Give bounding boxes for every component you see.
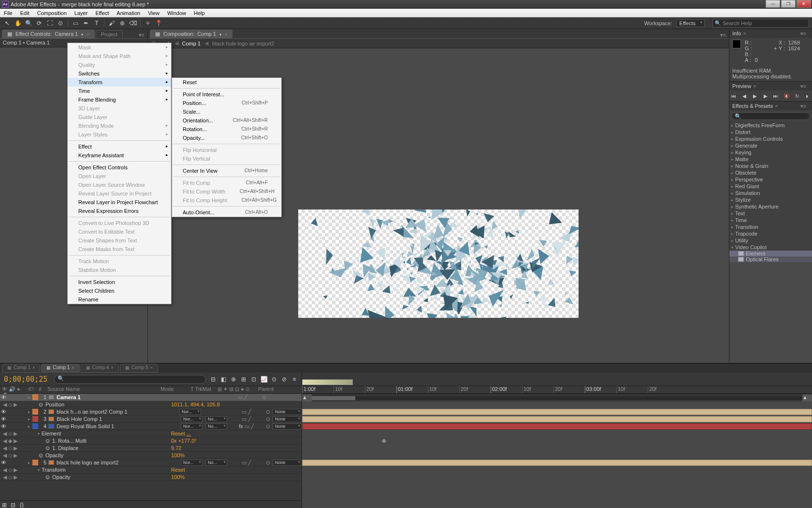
last-frame-icon[interactable]: ⏭	[772, 92, 781, 99]
effect-category[interactable]: Video Copilot	[729, 244, 812, 251]
effect-category[interactable]: Synthetic Aperture	[729, 203, 812, 210]
project-tab[interactable]: Project	[96, 30, 123, 38]
menu-item[interactable]: Rename	[68, 295, 171, 304]
clone-tool-icon[interactable]: ⊛	[118, 19, 127, 28]
camera-tool-icon[interactable]: ⛶	[45, 19, 54, 28]
layer-row[interactable]: 👁▸4Deep Royal Blue Solid 1Nor...No...fx …	[0, 423, 302, 430]
hand-tool-icon[interactable]: ✋	[14, 19, 22, 28]
timeline-icon[interactable]: ⊙	[270, 375, 278, 384]
menu-item[interactable]: Switches	[68, 69, 171, 78]
effect-category[interactable]: Noise & Grain	[729, 163, 812, 169]
property-row[interactable]: ◀ ◇ ▶▾ElementReset ...	[0, 430, 302, 437]
menu-item[interactable]: Rotation...Ctrl+Shift+R	[172, 125, 281, 134]
effect-category[interactable]: Distort	[729, 129, 812, 135]
effect-category[interactable]: Obsolete	[729, 169, 812, 176]
graph-editor-icon[interactable]: 📈	[260, 375, 268, 384]
effects-preset-list[interactable]: Digieffects FreeFormDistortExpression Co…	[729, 122, 812, 262]
menu-file[interactable]: File	[0, 9, 16, 17]
effect-category[interactable]: Expression Controls	[729, 135, 812, 142]
timeline-tab[interactable]: ▦Comp 5×	[120, 364, 158, 373]
effect-category[interactable]: Simulation	[729, 190, 812, 196]
timeline-icon[interactable]: ⊞	[239, 375, 248, 384]
menu-item[interactable]: Frame Blending	[68, 95, 171, 104]
menu-item[interactable]: Auto-Orient...Ctrl+Alt+O	[172, 208, 281, 217]
menu-item[interactable]: Orientation...Ctrl+Alt+Shift+R	[172, 116, 281, 125]
next-frame-icon[interactable]: ▶	[761, 92, 770, 99]
window-minimize-button[interactable]: —	[766, 0, 780, 8]
property-row[interactable]: ◀ ◇ ▶⊙Opacity100%	[0, 452, 302, 459]
effect-category[interactable]: Red Giant	[729, 183, 812, 190]
panel-menu-icon[interactable]: ▾≡	[800, 83, 806, 90]
menu-item[interactable]: Opacity...Ctrl+Shift+O	[172, 134, 281, 142]
brush-tool-icon[interactable]: 🖌	[107, 19, 116, 28]
effect-category[interactable]: Time	[729, 217, 812, 224]
timeline-icon[interactable]: ⊘	[280, 375, 289, 384]
menu-layer[interactable]: Layer	[71, 9, 92, 17]
menu-item[interactable]: Open Effect Controls	[68, 163, 171, 172]
layer-row[interactable]: 👁▸1Camera 1 ▭ ╱ ⊙	[0, 394, 302, 401]
zoom-in-icon[interactable]: ▲	[802, 394, 812, 402]
layer-row[interactable]: 👁▸5black hole logo ae import2Nor...No...…	[0, 459, 302, 466]
menu-item[interactable]: Keyframe Assistant	[68, 151, 171, 160]
menu-help[interactable]: Help	[190, 9, 209, 17]
ram-preview-icon[interactable]: ⏵	[803, 92, 812, 99]
rotate-tool-icon[interactable]: ⟳	[35, 19, 44, 28]
layer-row[interactable]: 👁▸2black h...o ae import2 Comp 1Nor... ▭…	[0, 408, 302, 416]
menu-composition[interactable]: Composition	[33, 9, 71, 17]
menu-item[interactable]: Reset	[172, 78, 281, 87]
timeline-icon[interactable]: ⊡	[249, 375, 258, 384]
menu-item[interactable]: Time	[68, 87, 171, 95]
menu-item[interactable]: Invert Selection	[68, 278, 171, 286]
effect-category[interactable]: Digieffects FreeForm	[729, 122, 812, 129]
mute-icon[interactable]: 🔇	[782, 92, 791, 99]
property-row[interactable]: ◀ ◇ ▶⊙Position1011.1, 494.4, 105.8	[0, 401, 302, 408]
text-tool-icon[interactable]: T	[92, 19, 101, 28]
pen-tool-icon[interactable]: ✒	[82, 19, 90, 28]
selection-tool-icon[interactable]: ↖	[3, 19, 12, 28]
window-maximize-button[interactable]: ❐	[781, 0, 796, 8]
effect-controls-tab[interactable]: ▦ Effect Controls: Camera 1 ▾ ×	[2, 30, 95, 38]
effect-category[interactable]: Transition	[729, 224, 812, 230]
work-area-bar[interactable]	[302, 379, 353, 385]
effect-category[interactable]: Matte	[729, 156, 812, 163]
menu-edit[interactable]: Edit	[16, 9, 33, 17]
effect-preset[interactable]: Optical Flares	[729, 256, 812, 262]
timeline-icon[interactable]: ◧	[219, 375, 228, 384]
property-row[interactable]: ◀ ◇ ▶▾TransformReset	[0, 466, 302, 474]
menu-item[interactable]: Select Children	[68, 286, 171, 295]
timeline-tab[interactable]: ▦Comp 1×	[2, 364, 40, 373]
workspace-select[interactable]: Effects	[676, 19, 705, 27]
menu-item[interactable]: Transform	[68, 78, 171, 87]
loop-icon[interactable]: ↻	[793, 92, 801, 99]
timeline-icon[interactable]: ⊟	[209, 375, 218, 384]
layer-context-menu[interactable]: MaskMask and Shape PathQualitySwitchesTr…	[67, 43, 172, 304]
menu-item[interactable]: Point of Interest...	[172, 90, 281, 99]
menu-animation[interactable]: Animation	[113, 9, 144, 17]
composition-tab[interactable]: ▦ Composition: Comp 1 ▾ ×	[150, 30, 232, 38]
puppet-tool-icon[interactable]: 📍	[154, 19, 163, 28]
menu-item[interactable]: Position...Ctrl+Shift+P	[172, 99, 281, 107]
pan-behind-tool-icon[interactable]: ⊙	[56, 19, 65, 28]
layer-row[interactable]: 👁▸3Black Hole Comp 1Nor...No... ▭ ╱ ⊙Non…	[0, 416, 302, 423]
zoom-out-icon[interactable]: ▲	[302, 394, 312, 402]
panel-menu-icon[interactable]: ▾≡	[139, 32, 145, 38]
menu-effect[interactable]: Effect	[91, 9, 113, 17]
panel-menu-icon[interactable]: ▾≡	[720, 32, 726, 38]
timeline-tab[interactable]: ▦Comp 4×	[81, 364, 119, 373]
effects-search-input[interactable]: 🔍	[731, 112, 810, 120]
eraser-tool-icon[interactable]: ⌫	[129, 19, 137, 28]
zoom-tool-icon[interactable]: 🔍	[24, 19, 33, 28]
timeline-icon[interactable]: ⊕	[229, 375, 238, 384]
zoom-slider[interactable]	[312, 396, 802, 400]
play-icon[interactable]: ▶	[751, 92, 759, 99]
effect-category[interactable]: Perspective	[729, 176, 812, 183]
menu-item[interactable]: Effect	[68, 142, 171, 151]
toggle-switches-icon[interactable]: ⊟	[9, 501, 17, 508]
first-frame-icon[interactable]: ⏮	[729, 92, 738, 99]
toggle-switches-icon[interactable]: {}	[17, 501, 26, 508]
rect-tool-icon[interactable]: ▭	[71, 19, 80, 28]
roto-tool-icon[interactable]: ✧	[144, 19, 152, 28]
menu-item[interactable]: Reveal Layer in Project Flowchart	[68, 198, 171, 207]
effect-category[interactable]: Utility	[729, 237, 812, 244]
menu-window[interactable]: Window	[163, 9, 190, 17]
